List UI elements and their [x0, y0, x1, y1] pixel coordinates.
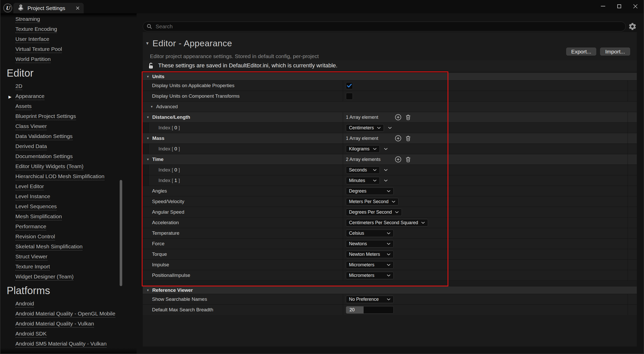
sidebar-item-editor-utility-widgets-team[interactable]: Editor Utility Widgets (Team): [0, 162, 137, 172]
search-input[interactable]: [155, 23, 624, 30]
sidebar-item-revision-control[interactable]: Revision Control: [0, 232, 137, 242]
temperature-dropdown[interactable]: Celsius: [346, 230, 394, 237]
property-row-temperature[interactable]: TemperatureCelsius: [143, 228, 637, 238]
expand-triangle-icon[interactable]: ▼: [146, 75, 149, 78]
expand-triangle-icon[interactable]: ▼: [150, 105, 153, 108]
sidebar-item-android-material-quality-vulkan[interactable]: Android Material Quality - Vulkan: [0, 319, 137, 329]
collapse-triangle-icon[interactable]: ▼: [145, 41, 149, 46]
sidebar-item-android[interactable]: Android: [0, 299, 137, 309]
property-row-angular-speed[interactable]: Angular SpeedDegrees Per Second: [143, 207, 637, 217]
sidebar-item-mesh-simplification[interactable]: Mesh Simplification: [0, 212, 137, 222]
sidebar-item-struct-viewer[interactable]: Struct Viewer: [0, 252, 137, 262]
minutes-dropdown[interactable]: Minutes: [346, 177, 380, 184]
property-row-angles[interactable]: AnglesDegrees: [143, 186, 637, 196]
expand-triangle-icon[interactable]: ▼: [146, 158, 149, 161]
show-searchable-names-dropdown[interactable]: No Preference: [346, 296, 394, 303]
array-header-row-time[interactable]: ▼Time2 Array elements: [143, 154, 637, 165]
sidebar-item-label: Data Validation Settings: [15, 133, 73, 140]
export-button[interactable]: Export...: [566, 48, 596, 56]
unlocked-padlock-icon[interactable]: [148, 62, 154, 69]
expand-triangle-icon[interactable]: ▼: [146, 115, 149, 119]
delete-elements-button[interactable]: [405, 156, 412, 163]
add-element-button[interactable]: [395, 114, 402, 121]
property-row-force[interactable]: ForceNewtons: [143, 238, 637, 249]
sidebar-item-texture-import[interactable]: Texture Import: [0, 262, 137, 272]
tab-close-icon[interactable]: [76, 6, 80, 10]
category-row-reference-viewer[interactable]: ▼Reference Viewer: [143, 286, 637, 294]
sidebar-item-streaming[interactable]: Streaming: [0, 14, 137, 24]
array-element-row[interactable]: Index [ 0 ]Centimeters: [143, 122, 637, 133]
positionalimpulse-dropdown[interactable]: Micrometers: [346, 272, 394, 279]
property-row-default-max-search-breadth[interactable]: Default Max Search Breadth20: [143, 304, 637, 315]
sidebar-item-performance[interactable]: Performance: [0, 222, 137, 232]
subcategory-row-advanced[interactable]: ▼Advanced: [143, 101, 637, 112]
sidebar-item-skeletal-mesh-simplification[interactable]: Skeletal Mesh Simplification: [0, 242, 137, 252]
kilograms-dropdown[interactable]: Kilograms: [346, 145, 380, 153]
torque-dropdown[interactable]: Newton Meters: [346, 251, 394, 258]
angular-speed-dropdown[interactable]: Degrees Per Second: [346, 208, 402, 216]
default-max-search-breadth-spinbox[interactable]: 20: [346, 306, 394, 314]
add-element-button[interactable]: [395, 135, 402, 142]
element-options-chevron-icon[interactable]: [384, 179, 388, 182]
delete-elements-button[interactable]: [405, 135, 412, 142]
property-row-speed-velocity[interactable]: Speed/VelocityMeters Per Second: [143, 196, 637, 207]
sidebar-item-class-viewer[interactable]: Class Viewer: [0, 122, 137, 132]
sidebar-item-2d[interactable]: 2D: [0, 81, 137, 92]
settings-gear-icon[interactable]: [628, 22, 637, 31]
category-row-units[interactable]: ▼Units: [143, 72, 637, 80]
minimize-button[interactable]: [595, 0, 611, 12]
display-units-on-applicable-properties-checkbox[interactable]: [346, 82, 353, 89]
sidebar-item-widget-designer-team[interactable]: Widget Designer (Team): [0, 272, 137, 282]
sidebar-item-android-material-quality-opengl-mobile[interactable]: Android Material Quality - OpenGL Mobile: [0, 309, 137, 319]
sidebar-item-hierarchical-lod-mesh-simplification[interactable]: Hierarchical LOD Mesh Simplification: [0, 172, 137, 182]
force-dropdown[interactable]: Newtons: [346, 240, 394, 248]
sidebar-item-level-editor[interactable]: Level Editor: [0, 182, 137, 192]
display-units-on-component-transforms-checkbox[interactable]: [346, 93, 353, 100]
search-bar[interactable]: [143, 22, 626, 31]
element-options-chevron-icon[interactable]: [388, 127, 392, 129]
sidebar-item-derived-data[interactable]: Derived Data: [0, 142, 137, 152]
sidebar-item-level-sequences[interactable]: Level Sequences: [0, 202, 137, 212]
maximize-button[interactable]: [611, 0, 627, 12]
impulse-dropdown[interactable]: Micrometers: [346, 261, 394, 269]
array-element-row[interactable]: Index [ 1 ]Minutes: [143, 175, 637, 186]
array-element-row[interactable]: Index [ 0 ]Kilograms: [143, 143, 637, 154]
sidebar-item-assets[interactable]: Assets: [0, 102, 137, 112]
sidebar-item-level-instance[interactable]: Level Instance: [0, 192, 137, 202]
property-row-impulse[interactable]: ImpulseMicrometers: [143, 259, 637, 270]
property-row-torque[interactable]: TorqueNewton Meters: [143, 249, 637, 259]
element-options-chevron-icon[interactable]: [384, 148, 388, 150]
array-header-row-distance-length[interactable]: ▼Distance/Length1 Array element: [143, 112, 637, 122]
delete-elements-button[interactable]: [405, 114, 412, 121]
import-button[interactable]: Import...: [600, 48, 630, 56]
sidebar-item-android-sdk[interactable]: Android SDK: [0, 329, 137, 339]
sidebar-item-virtual-texture-pool[interactable]: Virtual Texture Pool: [0, 44, 137, 55]
property-row-show-searchable-names[interactable]: Show Searchable NamesNo Preference: [143, 294, 637, 304]
close-button[interactable]: [627, 0, 643, 12]
sidebar-scrollbar[interactable]: [120, 180, 122, 286]
sidebar-item-appearance[interactable]: ▶Appearance: [0, 92, 137, 102]
element-options-chevron-icon[interactable]: [384, 169, 388, 171]
sidebar-item-user-interface[interactable]: User Interface: [0, 34, 137, 44]
expand-triangle-icon[interactable]: ▼: [146, 288, 149, 292]
array-header-row-mass[interactable]: ▼Mass1 Array element: [143, 133, 637, 143]
angles-dropdown[interactable]: Degrees: [346, 187, 394, 195]
sidebar-item-texture-encoding[interactable]: Texture Encoding: [0, 24, 137, 34]
property-row-display-units-on-component-transforms[interactable]: Display Units on Component Transforms: [143, 91, 637, 101]
centimeters-dropdown[interactable]: Centimeters: [346, 124, 384, 132]
speed-velocity-dropdown[interactable]: Meters Per Second: [346, 198, 399, 205]
expand-triangle-icon[interactable]: ▼: [146, 137, 149, 140]
tab-project-settings[interactable]: Project Settings: [13, 3, 84, 13]
sidebar-item-documentation-settings[interactable]: Documentation Settings: [0, 152, 137, 162]
property-row-display-units-on-applicable-properties[interactable]: Display Units on Applicable Properties: [143, 80, 637, 91]
add-element-button[interactable]: [395, 156, 402, 163]
seconds-dropdown[interactable]: Seconds: [346, 166, 380, 174]
sidebar-item-data-validation-settings[interactable]: Data Validation Settings: [0, 132, 137, 142]
sidebar-item-world-partition[interactable]: World Partition: [0, 55, 137, 65]
sidebar-item-android-sm5-material-quality-vulkan[interactable]: Android SM5 Material Quality - Vulkan: [0, 339, 137, 349]
acceleration-dropdown[interactable]: Centimeters Per Second Squared: [346, 219, 428, 226]
array-element-row[interactable]: Index [ 0 ]Seconds: [143, 165, 637, 175]
property-row-positionalimpulse[interactable]: PositionalImpulseMicrometers: [143, 270, 637, 280]
sidebar-item-blueprint-project-settings[interactable]: Blueprint Project Settings: [0, 112, 137, 122]
property-row-acceleration[interactable]: AccelerationCentimeters Per Second Squar…: [143, 217, 637, 228]
